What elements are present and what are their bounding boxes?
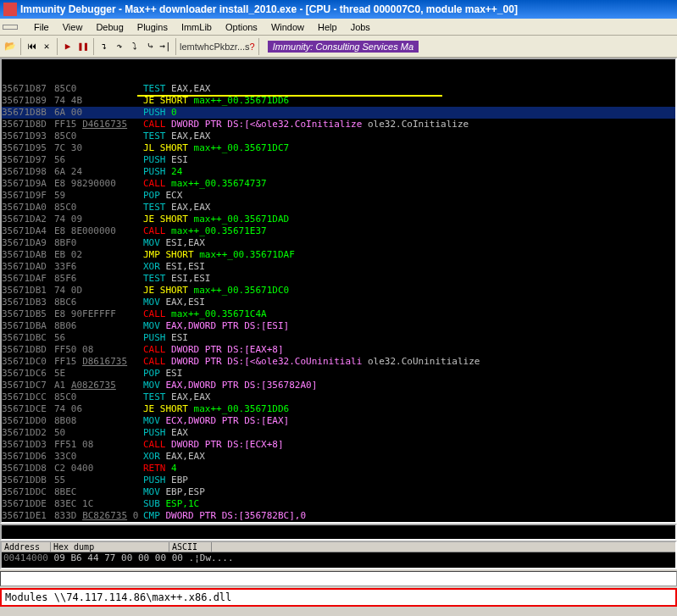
toolbar-letter-P[interactable]: P [214,42,219,52]
disasm-row[interactable]: 35671DE1833D BC826735 0CMP DWORD PTR DS:… [2,510,675,522]
dump-col-hex[interactable]: Hex dump [51,542,169,552]
run-to-icon[interactable]: →| [158,40,172,53]
disasm-row[interactable]: 35671DDE83EC 1CSUB ESP,1C [2,498,675,510]
disasm-row[interactable]: 35671DAD33F6XOR ESI,ESI [2,261,675,273]
disasm-row[interactable]: 35671DA274 09JE SHORT max++_00.35671DAD [2,214,675,225]
disasm-row[interactable]: 35671DD3FF51 08CALL DWORD PTR DS:[ECX+8] [2,439,675,451]
disasm-row[interactable]: 35671DDC8BECMOV EBP,ESP [2,486,675,498]
menu-jobs[interactable]: Jobs [344,20,377,34]
sys-menu-icon[interactable] [3,25,18,30]
play-icon[interactable]: ▶ [61,40,75,53]
info-pane [0,524,677,541]
disasm-row[interactable]: 35671D8785C0TEST EAX,EAX [2,83,675,95]
disasm-row[interactable]: 35671D9756PUSH ESI [2,154,675,166]
disasm-row[interactable]: 35671DD250PUSH EAX [2,427,675,439]
disasm-row[interactable]: 35671DA4E8 8E000000CALL max++_00.35671E3… [2,225,675,237]
status-text: Modules \\74.117.114.86\max++.x86.dll [5,591,231,603]
status-bar: Modules \\74.117.114.86\max++.x86.dll [0,588,677,607]
disasm-row[interactable]: 35671DD08B08MOV ECX,DWORD PTR DS:[EAX] [2,415,675,427]
disasm-row[interactable]: 35671D9F59POP ECX [2,190,675,202]
disasm-row[interactable]: 35671DCC85C0TEST EAX,EAX [2,391,675,403]
disasm-row[interactable]: 35671D8974 4BJE SHORT max++_00.35671DD6 [2,95,675,107]
step-over-icon[interactable]: ↷ [113,40,126,53]
toolbar-letter-m[interactable]: m [187,42,195,52]
menu-plugins[interactable]: Plugins [130,20,175,34]
dump-row[interactable]: 00414000 09 B6 44 77 00 00 00 00 .¦Dw...… [2,552,675,563]
disasm-row[interactable]: 35671DBC56PUSH ESI [2,332,675,344]
disasm-row[interactable]: 35671DC7A1 A0826735MOV EAX,DWORD PTR DS:… [2,380,675,391]
pause-icon[interactable]: ❚❚ [76,40,90,53]
menu-help[interactable]: Help [311,20,344,34]
dump-col-address[interactable]: Address [2,542,51,552]
disasm-row[interactable]: 35671DAF85F6TEST ESI,ESI [2,273,675,285]
trace-into-icon[interactable]: ⤵ [128,40,142,53]
toolbar-letter-...[interactable]: ... [237,42,245,52]
menu-options[interactable]: Options [219,20,264,34]
hex-dump-pane[interactable]: Address Hex dump ASCII 00414000 09 B6 44… [0,541,677,569]
disasm-row[interactable]: 35671D9AE8 98290000CALL max++_00.3567473… [2,178,675,190]
trace-over-icon[interactable]: ⤷ [143,40,157,53]
menu-bar: FileViewDebugPluginsImmLibOptionsWindowH… [0,19,677,36]
disasm-row[interactable]: 35671DC0FF15 D8616735CALL DWORD PTR DS:[… [2,356,675,368]
step-into-icon[interactable]: ↴ [97,40,111,53]
disasm-row[interactable]: 35671DABEB 02JMP SHORT max++_00.35671DAF [2,249,675,261]
disasm-row[interactable]: 35671D8DFF15 D4616735CALL DWORD PTR DS:[… [2,119,675,130]
menu-immlib[interactable]: ImmLib [175,20,219,34]
disasm-row[interactable]: 35671DDB55PUSH EBP [2,474,675,486]
highlight-underline [137,95,442,97]
disassembly-pane[interactable]: 35671D8785C0TEST EAX,EAX35671D8974 4BJE … [0,58,677,524]
disasm-row[interactable]: 35671DD633C0XOR EAX,EAX [2,451,675,463]
disasm-row[interactable]: 35671D8B6A 00PUSH 0 [2,107,675,119]
toolbar: 📂 ⏮ ✕ ▶ ❚❚ ↴ ↷ ⤵ ⤷ →| lemtwhcPkbzr...s? … [0,36,677,58]
disasm-row[interactable]: 35671DB38BC6MOV EAX,ESI [2,297,675,308]
menu-view[interactable]: View [56,20,90,34]
disasm-row[interactable]: 35671DD8C2 0400RETN 4 [2,463,675,474]
disasm-row[interactable]: 35671DA98BF0MOV ESI,EAX [2,237,675,249]
disasm-row[interactable]: 35671DB174 0DJE SHORT max++_00.35671DC0 [2,285,675,297]
command-input[interactable] [0,571,677,586]
immunity-brand-tag: Immunity: Consulting Services Ma [268,41,419,53]
menu-debug[interactable]: Debug [89,20,130,34]
disasm-row[interactable]: 35671D957C 30JL SHORT max++_00.35671DC7 [2,142,675,154]
disasm-row[interactable]: 35671DCE74 06JE SHORT max++_00.35671DD6 [2,403,675,415]
open-icon[interactable]: 📂 [3,40,17,53]
toolbar-letter-w[interactable]: w [197,42,204,52]
disasm-row[interactable]: 35671DE857PUSH EDI [2,522,675,524]
dump-col-ascii[interactable]: ASCII [169,542,212,552]
app-icon [3,3,17,16]
title-bar: Immunity Debugger - Max++ downloader ins… [0,0,677,19]
close-icon[interactable]: ✕ [40,40,53,53]
disasm-row[interactable]: 35671D9385C0TEST EAX,EAX [2,130,675,142]
menu-file[interactable]: File [27,20,56,34]
disasm-row[interactable]: 35671DC65EPOP ESI [2,368,675,380]
disasm-row[interactable]: 35671DBDFF50 08CALL DWORD PTR DS:[EAX+8] [2,344,675,356]
disasm-row[interactable]: 35671DBA8B06MOV EAX,DWORD PTR DS:[ESI] [2,320,675,332]
window-title: Immunity Debugger - Max++ downloader ins… [20,3,518,15]
rewind-icon[interactable]: ⏮ [25,40,38,53]
toolbar-letter-?[interactable]: ? [250,42,255,52]
disasm-row[interactable]: 35671DA085C0TEST EAX,EAX [2,202,675,214]
disasm-row[interactable]: 35671D986A 24PUSH 24 [2,166,675,178]
disasm-row[interactable]: 35671DB5E8 90FEFFFFCALL max++_00.35671C4… [2,308,675,320]
menu-window[interactable]: Window [264,20,311,34]
